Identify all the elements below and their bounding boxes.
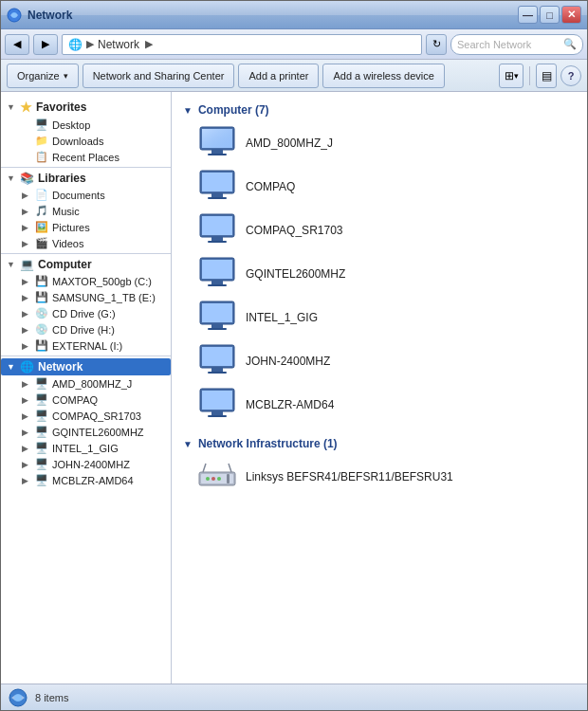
add-wireless-button[interactable]: Add a wireless device: [322, 64, 444, 88]
main-content: ▼ ★ Favorites 🖥️ Desktop 📁 Downloads 📋: [1, 92, 587, 684]
svg-rect-13: [211, 237, 223, 241]
svg-rect-9: [211, 193, 223, 197]
close-button[interactable]: ✕: [561, 6, 581, 24]
favorites-expand-arrow: ▼: [7, 102, 16, 112]
path-separator: ▶: [86, 38, 94, 50]
computer-items-grid: AMD_800MHZ_J COMPAQ: [193, 122, 576, 426]
recent-label: Recent Places: [52, 152, 119, 163]
libraries-label: Libraries: [38, 172, 86, 185]
preview-icon: ▤: [542, 69, 552, 82]
gqintel-label: GQINTEL2600MHZ: [52, 427, 144, 438]
sidebar-item-gqintel[interactable]: ▶ 🖥️ GQINTEL2600MHZ: [1, 424, 171, 440]
pictures-icon: 🖼️: [35, 221, 48, 233]
svg-point-33: [206, 477, 210, 481]
svg-line-37: [203, 464, 206, 472]
computer-item-compaq[interactable]: COMPAQ: [193, 166, 576, 208]
favorites-section: ▼ ★ Favorites 🖥️ Desktop 📁 Downloads 📋: [1, 98, 171, 165]
sidebar-item-desktop[interactable]: 🖥️ Desktop: [1, 117, 171, 133]
sidebar-item-cd-h[interactable]: ▶ 💿 CD Drive (H:): [1, 321, 171, 337]
computer-item-compaqsr[interactable]: COMPAQ_SR1703: [193, 210, 576, 251]
address-bar: ◀ ▶ 🌐 ▶ Network ▶ ↻ Search Network 🔍: [1, 29, 587, 60]
computer-item-amd800[interactable]: AMD_800MHZ_J: [193, 122, 576, 164]
preview-pane-button[interactable]: ▤: [536, 64, 557, 88]
svg-rect-6: [208, 154, 227, 155]
svg-rect-26: [208, 372, 227, 374]
toolbar-separator: [529, 66, 530, 85]
sidebar-item-amd800[interactable]: ▶ 🖥️ AMD_800MHZ_J: [1, 375, 171, 392]
svg-rect-22: [208, 328, 227, 330]
intel1g-icon: 🖥️: [35, 442, 48, 454]
sidebar-item-music[interactable]: ▶ 🎵 Music: [1, 203, 171, 219]
svg-rect-36: [227, 474, 230, 483]
amd800-icon: 🖥️: [35, 377, 48, 390]
samsung-label: SAMSUNG_1_TB (E:): [52, 292, 156, 303]
mcblzr-icon: 🖥️: [35, 474, 48, 486]
libraries-header[interactable]: ▼ 📚 Libraries: [1, 170, 171, 187]
sidebar-item-john[interactable]: ▶ 🖥️ JOHN-2400MHZ: [1, 456, 171, 472]
music-label: Music: [52, 206, 80, 217]
mcblzr-expand: ▶: [22, 476, 31, 485]
forward-button[interactable]: ▶: [33, 34, 58, 55]
music-expand: ▶: [22, 207, 31, 216]
network-item-linksys[interactable]: Linksys BEFSR41/BEFSR11/BEFSRU31: [193, 456, 576, 498]
window-icon: [7, 8, 22, 23]
organize-arrow: ▾: [64, 71, 68, 81]
sidebar-item-pictures[interactable]: ▶ 🖼️ Pictures: [1, 219, 171, 235]
maxtor-label: MAXTOR_500gb (C:): [52, 276, 152, 287]
minimize-button[interactable]: —: [518, 6, 538, 24]
item-label-compaqsr: COMPAQ_SR1703: [246, 224, 343, 237]
view-dropdown-button[interactable]: ⊞ ▾: [499, 64, 524, 88]
network-icon: 🌐: [20, 360, 34, 374]
refresh-button[interactable]: ↻: [426, 34, 447, 55]
help-button[interactable]: ?: [560, 65, 581, 86]
computer-expand: ▼: [7, 260, 16, 269]
compaqsr-label: COMPAQ_SR1703: [52, 410, 141, 422]
computer-section: ▼ 💻 Computer ▶ 💾 MAXTOR_500gb (C:) ▶ 💾 S…: [1, 256, 171, 354]
sidebar-item-compaq[interactable]: ▶ 🖥️ COMPAQ: [1, 392, 171, 408]
organize-button[interactable]: Organize ▾: [7, 64, 79, 88]
compaqsr-icon: 🖥️: [35, 410, 48, 422]
computer-header[interactable]: ▼ 💻 Computer: [1, 256, 171, 273]
network-infra-label: Network Infrastructure (1): [198, 437, 338, 450]
svg-rect-25: [211, 368, 223, 372]
sidebar-item-documents[interactable]: ▶ 📄 Documents: [1, 187, 171, 203]
network-sharing-button[interactable]: Network and Sharing Center: [83, 64, 235, 88]
sidebar-item-videos[interactable]: ▶ 🎬 Videos: [1, 235, 171, 251]
network-infra-grid: Linksys BEFSR41/BEFSR11/BEFSRU31: [193, 456, 576, 498]
search-box[interactable]: Search Network 🔍: [450, 34, 583, 55]
sidebar-item-samsung[interactable]: ▶ 💾 SAMSUNG_1_TB (E:): [1, 289, 171, 305]
svg-rect-18: [208, 284, 227, 286]
divider-3: [1, 356, 171, 356]
sidebar-item-downloads[interactable]: 📁 Downloads: [1, 133, 171, 149]
computer-item-mcblzr[interactable]: MCBLZR-AMD64: [193, 384, 576, 426]
sidebar-item-compaq-sr[interactable]: ▶ 🖥️ COMPAQ_SR1703: [1, 408, 171, 424]
sidebar-item-mcblzr[interactable]: ▶ 🖥️ MCBLZR-AMD64: [1, 472, 171, 488]
title-bar: Network — □ ✕: [1, 1, 587, 29]
monitor-icon-amd800: [198, 126, 236, 160]
sidebar-item-intel1gig[interactable]: ▶ 🖥️ INTEL_1_GIG: [1, 440, 171, 456]
svg-rect-10: [208, 197, 227, 199]
sidebar-item-maxtor[interactable]: ▶ 💾 MAXTOR_500gb (C:): [1, 273, 171, 289]
svg-point-34: [211, 477, 215, 481]
computer-item-gqintel[interactable]: GQINTEL2600MHZ: [193, 253, 576, 295]
sidebar-item-external[interactable]: ▶ 💾 EXTERNAL (I:): [1, 337, 171, 354]
add-printer-label: Add a printer: [248, 70, 308, 82]
back-button[interactable]: ◀: [5, 34, 29, 55]
favorites-header[interactable]: ▼ ★ Favorites: [1, 98, 171, 117]
sidebar-item-recent-places[interactable]: 📋 Recent Places: [1, 149, 171, 165]
computer-item-john[interactable]: JOHN-2400MHZ: [193, 340, 576, 382]
computer-label: Computer: [38, 258, 92, 271]
add-printer-button[interactable]: Add a printer: [238, 64, 319, 88]
network-header[interactable]: ▼ 🌐 Network: [1, 358, 171, 375]
cdg-expand: ▶: [22, 309, 31, 319]
maximize-button[interactable]: □: [540, 6, 560, 24]
network-sharing-label: Network and Sharing Center: [93, 70, 225, 82]
item-label-compaq: COMPAQ: [246, 180, 295, 193]
maxtor-expand: ▶: [22, 277, 31, 286]
item-label-mcblzr: MCBLZR-AMD64: [246, 398, 334, 411]
samsung-icon: 💾: [35, 291, 48, 303]
item-label-gqintel: GQINTEL2600MHZ: [246, 267, 345, 281]
sidebar-item-cd-g[interactable]: ▶ 💿 CD Drive (G:): [1, 305, 171, 321]
computer-item-intel1gig[interactable]: INTEL_1_GIG: [193, 297, 576, 338]
address-path[interactable]: 🌐 ▶ Network ▶: [62, 34, 422, 55]
